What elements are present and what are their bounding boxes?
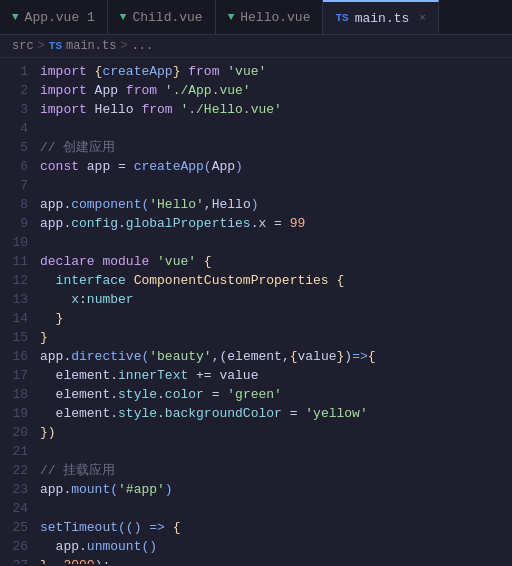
tab-main-ts[interactable]: TSmain.ts× (323, 0, 438, 34)
token: = (204, 385, 227, 404)
line-number-27: 27 (0, 556, 28, 564)
token: innerText (118, 366, 188, 385)
code-line-14: } (40, 309, 512, 328)
token (173, 100, 181, 119)
token: app (87, 157, 118, 176)
line-number-7: 7 (0, 176, 28, 195)
token: declare (40, 252, 102, 271)
line-number-2: 2 (0, 81, 28, 100)
breadcrumb-sep1: > (38, 39, 45, 53)
tab-child-vue[interactable]: ▼Child.vue (108, 0, 216, 34)
line-number-14: 14 (0, 309, 28, 328)
token: += value (188, 366, 258, 385)
token: ComponentCustomProperties (134, 271, 337, 290)
token: . (118, 214, 126, 233)
code-line-15: } (40, 328, 512, 347)
editor-container: ▼App.vue 1▼Child.vue▼Hello.vueTSmain.ts×… (0, 0, 512, 564)
token: ,( (212, 347, 228, 366)
token: import (40, 81, 95, 100)
token: unmount (87, 537, 142, 556)
token: app (40, 347, 63, 366)
token: './Hello.vue' (180, 100, 281, 119)
code-line-22: // 挂载应用 (40, 461, 512, 480)
token: ( (110, 480, 118, 499)
code-line-10 (40, 233, 512, 252)
code-line-27: }, 2000); (40, 556, 512, 564)
line-numbers: 1234567891011121314151617181920212223242… (0, 58, 40, 564)
token: Hello (212, 195, 251, 214)
line-number-20: 20 (0, 423, 28, 442)
code-line-11: declare module 'vue' { (40, 252, 512, 271)
tab-hello-vue[interactable]: ▼Hello.vue (216, 0, 324, 34)
token: . (110, 366, 118, 385)
token: , (282, 347, 290, 366)
line-number-13: 13 (0, 290, 28, 309)
token (56, 556, 64, 564)
line-number-6: 6 (0, 157, 28, 176)
code-line-9: app.config.globalProperties.x = 99 (40, 214, 512, 233)
token: }) (40, 423, 56, 442)
token: => (141, 518, 172, 537)
breadcrumb-sep2: > (120, 39, 127, 53)
code-line-23: app.mount('#app') (40, 480, 512, 499)
token: backgroundColor (165, 404, 282, 423)
token: Hello (95, 100, 142, 119)
token: from (126, 81, 157, 100)
tab-label-app-vue: App.vue 1 (25, 10, 95, 25)
token: { (95, 62, 103, 81)
token: globalProperties (126, 214, 251, 233)
token: from (188, 62, 219, 81)
token: } (56, 309, 64, 328)
token (40, 271, 56, 290)
line-number-26: 26 (0, 537, 28, 556)
token: { (173, 518, 181, 537)
token: ) (344, 347, 352, 366)
token (40, 290, 71, 309)
token: element (40, 385, 110, 404)
line-number-5: 5 (0, 138, 28, 157)
token: = (282, 404, 305, 423)
token: } (173, 62, 181, 81)
line-number-18: 18 (0, 385, 28, 404)
line-number-11: 11 (0, 252, 28, 271)
token: 'green' (227, 385, 282, 404)
line-number-3: 3 (0, 100, 28, 119)
tab-label-child-vue: Child.vue (132, 10, 202, 25)
tab-bar: ▼App.vue 1▼Child.vue▼Hello.vueTSmain.ts× (0, 0, 512, 35)
token: App (95, 81, 126, 100)
token: 'Hello' (149, 195, 204, 214)
line-number-23: 23 (0, 480, 28, 499)
token: const (40, 157, 87, 176)
line-number-19: 19 (0, 404, 28, 423)
code-line-16: app.directive('beauty',(element,{value})… (40, 347, 512, 366)
line-number-16: 16 (0, 347, 28, 366)
token: interface (56, 271, 134, 290)
tab-app-vue[interactable]: ▼App.vue 1 (0, 0, 108, 34)
token: // 创建应用 (40, 138, 115, 157)
token: }, (40, 556, 56, 564)
token: import (40, 62, 95, 81)
tab-icon-app-vue: ▼ (12, 11, 19, 23)
tab-close-main-ts[interactable]: × (419, 12, 426, 24)
token: } (40, 328, 48, 347)
code-line-6: const app = createApp(App) (40, 157, 512, 176)
tab-icon-main-ts: TS (335, 12, 348, 24)
code-line-7 (40, 176, 512, 195)
token: '#app' (118, 480, 165, 499)
token: directive (71, 347, 141, 366)
token: ( (141, 347, 149, 366)
token: . (157, 385, 165, 404)
token: . (79, 537, 87, 556)
code-line-21 (40, 442, 512, 461)
token: ); (95, 556, 111, 564)
line-number-12: 12 (0, 271, 28, 290)
breadcrumb-dots: ... (132, 39, 154, 53)
token: => (352, 347, 368, 366)
code-line-5: // 创建应用 (40, 138, 512, 157)
tab-icon-child-vue: ▼ (120, 11, 127, 23)
token: from (141, 100, 172, 119)
breadcrumb-ts: TS (49, 40, 62, 52)
token: . (63, 214, 71, 233)
code-line-8: app.component('Hello',Hello) (40, 195, 512, 214)
line-number-25: 25 (0, 518, 28, 537)
